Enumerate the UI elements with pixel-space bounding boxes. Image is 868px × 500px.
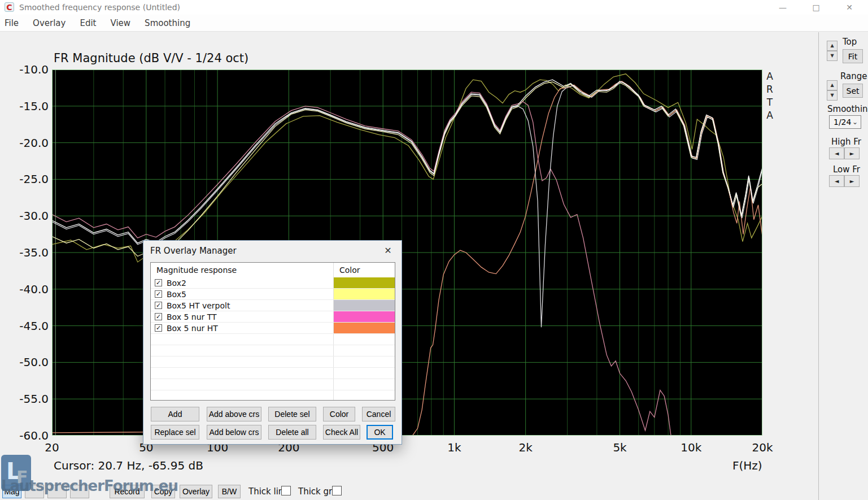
smoothing-select[interactable]: 1/24 ⌄ — [829, 115, 861, 129]
high-fr-right-button[interactable]: ► — [844, 147, 860, 159]
y-tick-label: -40.0 — [0, 282, 49, 296]
minimize-button[interactable]: — — [774, 1, 791, 14]
cursor-readout: Cursor: 20.7 Hz, -65.95 dB — [54, 459, 203, 472]
close-button[interactable]: ✕ — [841, 1, 858, 14]
dialog-button-add-above-crs[interactable]: Add above crs — [207, 407, 261, 421]
smoothing-value: 1/24 — [834, 118, 851, 127]
range-label: Range — [840, 71, 867, 81]
row-checkbox[interactable]: ✓ — [155, 290, 162, 298]
dialog-title: FR Overlay Manager — [150, 246, 237, 256]
table-row[interactable]: ✓Box 5 nur TT — [151, 311, 395, 323]
dialog-close-icon[interactable]: ✕ — [381, 244, 395, 258]
top-up-button[interactable]: ▲ — [827, 41, 838, 51]
menu-item-view[interactable]: View — [108, 17, 134, 29]
arta-watermark: ARTA — [765, 70, 775, 122]
y-tick-label: -20.0 — [0, 136, 49, 150]
menu-item-file[interactable]: File — [2, 17, 21, 29]
thick-grid-checkbox[interactable] — [332, 486, 342, 495]
row-label: Box 5 nur TT — [167, 312, 217, 321]
smoothing-label: Smoothing — [827, 104, 868, 114]
y-tick-label: -35.0 — [0, 246, 49, 259]
arta-window: C Smoothed frequency response (Untitled)… — [0, 0, 868, 500]
row-label: Box2 — [167, 279, 186, 288]
dialog-button-cancel[interactable]: Cancel — [362, 407, 395, 421]
chart-title: FR Magnitude (dB V/V - 1/24 oct) — [54, 51, 248, 65]
menu-bar: FileOverlayEditViewSmoothing — [0, 15, 868, 32]
fr-curve-current-measurement — [52, 80, 762, 243]
header-magnitude-response: Magnitude response — [156, 266, 237, 275]
y-tick-label: -50.0 — [0, 355, 49, 369]
fit-button[interactable]: Fit — [843, 49, 863, 63]
table-row-empty — [151, 334, 395, 345]
high-fr-left-button[interactable]: ◄ — [829, 147, 844, 159]
table-row[interactable]: ✓Box5 — [151, 289, 395, 300]
table-row-empty — [151, 368, 395, 379]
dialog-button-check-all[interactable]: Check All — [323, 425, 360, 440]
row-color-swatch — [334, 289, 395, 299]
menu-item-overlay[interactable]: Overlay — [30, 17, 68, 29]
top-label: Top — [843, 37, 857, 47]
set-button[interactable]: Set — [843, 84, 863, 98]
dialog-button-delete-all[interactable]: Delete all — [268, 425, 316, 440]
range-up-button[interactable]: ▲ — [827, 80, 838, 90]
menu-item-smoothing[interactable]: Smoothing — [142, 17, 193, 29]
table-row-empty — [151, 379, 395, 390]
top-down-button[interactable]: ▼ — [827, 51, 838, 61]
menu-item-edit[interactable]: Edit — [77, 17, 99, 29]
fr-curve-box2 — [52, 74, 762, 262]
forum-watermark-text: LautsprecherForum.eu — [1, 477, 178, 494]
low-fr-right-button[interactable]: ► — [844, 175, 860, 187]
dialog-button-add-below-crs[interactable]: Add below crs — [207, 425, 261, 440]
y-tick-label: -15.0 — [0, 99, 49, 113]
row-color-swatch — [334, 300, 395, 311]
y-tick-label: -60.0 — [0, 429, 49, 442]
fr-overlay-manager-dialog: FR Overlay Manager ✕ Magnitude response … — [143, 240, 402, 445]
table-row-empty — [151, 345, 395, 356]
table-row-empty — [151, 390, 395, 401]
y-tick-label: -30.0 — [0, 209, 49, 223]
low-fr-left-button[interactable]: ◄ — [829, 175, 844, 187]
toolbar-button-b-w[interactable]: B/W — [218, 485, 241, 498]
dialog-button-ok[interactable]: OK — [367, 425, 393, 440]
row-color-swatch — [334, 323, 395, 333]
x-tick-label: 20 — [45, 441, 59, 454]
dialog-button-delete-sel[interactable]: Delete sel — [268, 407, 316, 421]
dialog-button-color[interactable]: Color — [323, 407, 355, 421]
table-row[interactable]: ✓Box5 HT verpolt — [151, 300, 395, 311]
dialog-button-add[interactable]: Add — [151, 407, 199, 421]
toolbar-button-overlay[interactable]: Overlay — [180, 485, 212, 498]
low-fr-label: Low Fr — [833, 164, 860, 175]
header-color: Color — [339, 266, 360, 275]
table-row[interactable]: ✓Box 5 nur HT — [151, 323, 395, 334]
y-tick-label: -45.0 — [0, 319, 49, 333]
table-row[interactable]: ✓Box2 — [151, 277, 395, 289]
row-checkbox[interactable]: ✓ — [155, 313, 162, 320]
chevron-down-icon: ⌄ — [852, 116, 858, 128]
x-axis-unit-label: F(Hz) — [732, 459, 762, 472]
row-color-swatch — [334, 311, 395, 322]
window-title: Smoothed frequency response (Untitled) — [19, 3, 180, 12]
y-tick-label: -25.0 — [0, 172, 49, 186]
row-label: Box5 — [167, 290, 186, 299]
high-fr-label: High Fr — [831, 137, 861, 147]
panel-divider — [818, 32, 819, 500]
row-color-swatch — [334, 277, 395, 288]
x-tick-label: 10k — [681, 441, 701, 454]
x-tick-label: 2k — [519, 441, 533, 454]
overlay-list[interactable]: Magnitude response Color ✓Box2✓Box5✓Box5… — [150, 262, 395, 401]
row-checkbox[interactable]: ✓ — [155, 302, 162, 309]
thick-line-checkbox[interactable] — [281, 486, 291, 495]
list-header: Magnitude response Color — [151, 263, 395, 277]
maximize-button[interactable]: □ — [808, 1, 825, 14]
x-tick-label: 1k — [447, 441, 461, 454]
dialog-button-replace-sel[interactable]: Replace sel — [151, 425, 199, 440]
row-label: Box 5 nur HT — [167, 324, 218, 333]
y-tick-label: -10.0 — [0, 63, 49, 76]
row-checkbox[interactable]: ✓ — [155, 279, 162, 286]
y-tick-label: -55.0 — [0, 392, 49, 406]
app-icon: C — [5, 2, 14, 12]
title-bar: C Smoothed frequency response (Untitled)… — [0, 0, 868, 15]
row-checkbox[interactable]: ✓ — [155, 324, 162, 332]
x-tick-label: 20k — [752, 441, 773, 454]
range-down-button[interactable]: ▼ — [827, 90, 838, 101]
